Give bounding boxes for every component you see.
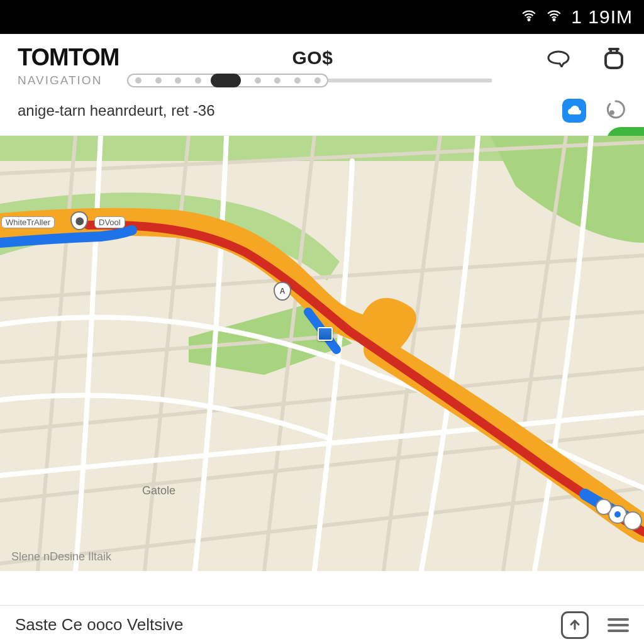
wifi-icon: [521, 8, 537, 26]
current-position-marker: [318, 327, 333, 341]
svg-point-8: [614, 511, 621, 518]
slider-knob[interactable]: [211, 74, 241, 87]
svg-point-1: [553, 19, 555, 21]
go-label: GO$: [292, 47, 333, 69]
brand-logo: TOMTOM: [18, 44, 119, 71]
svg-point-6: [624, 512, 641, 530]
signal-icon: [546, 8, 562, 26]
menu-button[interactable]: [608, 615, 629, 635]
svg-point-7: [596, 499, 611, 514]
road-label-1: WhiteTrAller: [1, 216, 55, 228]
status-bar: 1 19IM: [0, 0, 644, 34]
bottom-bar: Saste Ce ooco Veltsive: [0, 605, 644, 644]
svg-point-3: [611, 111, 614, 114]
poi-label-gatole: Gatole: [142, 484, 175, 497]
road-label-2: DVool: [94, 216, 125, 228]
share-up-button[interactable]: [561, 611, 589, 639]
cloud-button[interactable]: [562, 99, 586, 123]
reroute-icon[interactable]: [605, 99, 626, 123]
jar-icon[interactable]: [601, 45, 626, 70]
svg-rect-2: [606, 53, 622, 68]
map-svg: [0, 136, 644, 571]
map-attribution: Slene nDesine Iltaik: [11, 550, 111, 564]
status-clock: 1 19IM: [571, 6, 633, 28]
app-header: TOMTOM GO$ NAVIGATION anige-tarn heanrde…: [0, 34, 644, 136]
destination-address: anige-tarn heanrdeurt, ret -36: [18, 102, 215, 119]
voice-icon[interactable]: [546, 45, 571, 70]
map-canvas[interactable]: WhiteTrAller ⬤ DVool A Gatole Slene nDes…: [0, 136, 644, 571]
footer-destination: Saste Ce ooco Veltsive: [15, 615, 183, 635]
svg-point-0: [528, 19, 530, 21]
progress-slider[interactable]: [127, 74, 492, 87]
header-subtitle: NAVIGATION: [18, 74, 102, 87]
